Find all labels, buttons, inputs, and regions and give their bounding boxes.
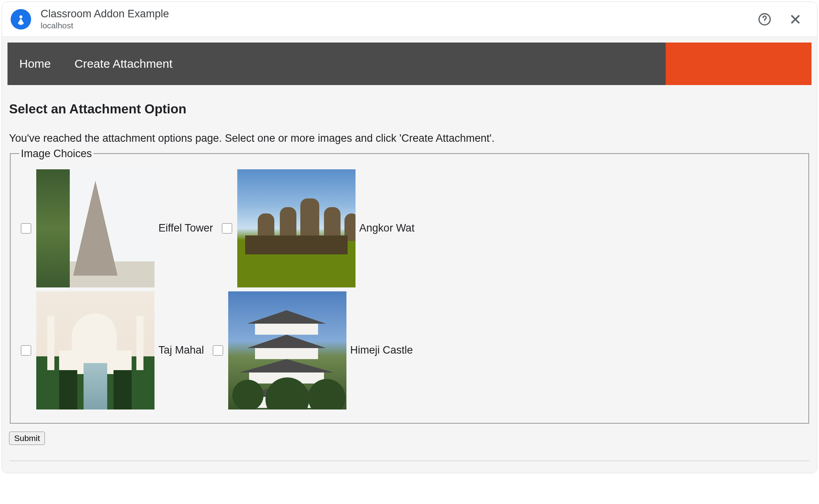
nav-item-home[interactable]: Home xyxy=(19,57,51,70)
dialog-header: Classroom Addon Example localhost xyxy=(2,2,817,37)
page-instruction: You've reached the attachment options pa… xyxy=(9,132,810,145)
nav-item-create-attachment[interactable]: Create Attachment xyxy=(74,57,172,70)
addon-dialog: Classroom Addon Example localhost Home C… xyxy=(2,2,817,473)
help-icon xyxy=(758,13,771,26)
choice-angkor-wat: Angkor Wat xyxy=(220,169,418,287)
checkbox-taj-mahal[interactable] xyxy=(21,345,31,356)
svg-point-0 xyxy=(19,15,22,19)
header-titles: Classroom Addon Example localhost xyxy=(41,7,169,31)
close-button[interactable] xyxy=(785,9,806,30)
page-heading: Select an Attachment Option xyxy=(9,102,810,117)
image-choices-fieldset: Image Choices Eiffel Tower Angkor Wat xyxy=(10,148,809,424)
navbar: Home Create Attachment xyxy=(7,43,812,85)
header-subtitle: localhost xyxy=(41,20,169,31)
page-content: Select an Attachment Option You've reach… xyxy=(7,85,812,461)
choice-taj-mahal: Taj Mahal xyxy=(19,291,207,410)
fieldset-legend: Image Choices xyxy=(19,148,93,160)
thumbnail-himeji-castle xyxy=(228,291,346,410)
choice-eiffel-tower: Eiffel Tower xyxy=(19,169,216,287)
checkbox-eiffel-tower[interactable] xyxy=(21,223,31,233)
label-himeji-castle: Himeji Castle xyxy=(350,344,413,356)
choice-himeji-castle: Himeji Castle xyxy=(211,291,416,410)
thumbnail-eiffel-tower xyxy=(36,169,154,287)
label-eiffel-tower: Eiffel Tower xyxy=(158,222,213,234)
label-taj-mahal: Taj Mahal xyxy=(158,344,204,356)
checkbox-angkor-wat[interactable] xyxy=(222,223,232,233)
checkbox-himeji-castle[interactable] xyxy=(213,345,223,356)
close-icon xyxy=(789,13,802,26)
thumbnail-angkor-wat xyxy=(237,169,356,287)
choices-row-1: Eiffel Tower Angkor Wat xyxy=(19,169,800,287)
navbar-accent xyxy=(666,43,812,85)
help-button[interactable] xyxy=(754,9,775,30)
choices-row-2: Taj Mahal Hime xyxy=(19,291,800,410)
app-icon xyxy=(11,9,31,30)
submit-button[interactable]: Submit xyxy=(9,432,45,445)
thumbnail-taj-mahal xyxy=(36,291,154,410)
dialog-body: Home Create Attachment Select an Attachm… xyxy=(2,37,817,473)
label-angkor-wat: Angkor Wat xyxy=(359,222,415,234)
divider xyxy=(10,461,809,461)
header-title: Classroom Addon Example xyxy=(41,7,169,20)
svg-point-2 xyxy=(764,22,765,22)
